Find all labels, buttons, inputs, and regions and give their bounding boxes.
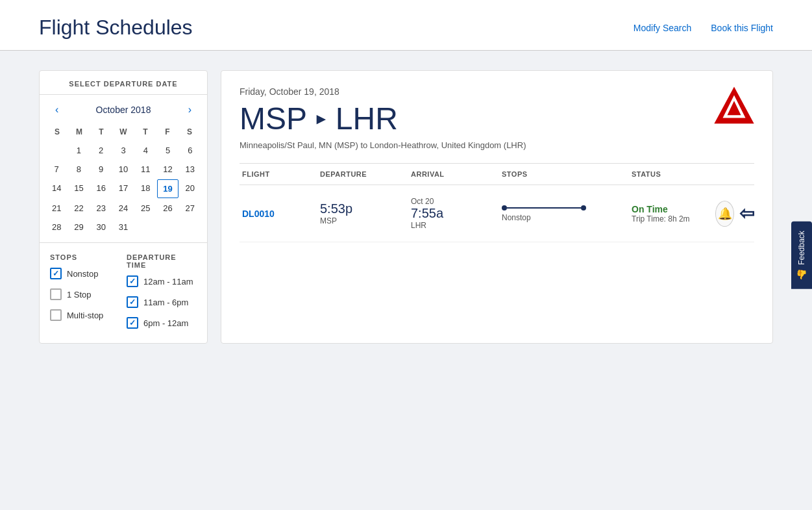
cal-header-s1: S [46, 125, 68, 139]
flight-number[interactable]: DL0010 [240, 209, 317, 219]
page-title: Flight Schedules [39, 16, 193, 40]
feedback-tab[interactable]: 👍 Feedback [791, 222, 812, 289]
departure-info: 5:53p MSP [317, 201, 408, 225]
cal-day-31[interactable]: 31 [113, 218, 134, 236]
cal-day-14[interactable]: 14 [46, 179, 67, 198]
cal-day-1[interactable]: 1 [68, 142, 89, 159]
stops-label: STOPS [50, 253, 120, 261]
filter-nonstop: Nonstop [50, 268, 120, 279]
calendar-nav: ‹ October 2018 › [40, 95, 207, 125]
calendar-days: 1 2 3 4 5 6 7 8 9 10 11 12 13 14 15 16 1… [46, 142, 201, 236]
stops-label-value: Nonstop [502, 213, 531, 222]
6pm-label: 6pm - 12am [143, 318, 188, 328]
1stop-checkbox[interactable] [50, 288, 62, 300]
filter-6pm-12am: 6pm - 12am [127, 317, 197, 329]
filter-section: STOPS Nonstop 1 Stop Multi-stop DEPARTUR… [40, 242, 207, 343]
cal-day-4[interactable]: 4 [135, 142, 156, 159]
cal-day-30[interactable]: 30 [91, 218, 112, 236]
cal-day-27[interactable]: 27 [180, 199, 201, 217]
col-alert [715, 170, 754, 178]
cal-header-t2: T [134, 125, 156, 139]
cal-header-m: M [68, 125, 90, 139]
route-full-text: Minneapolis/St Paul, MN (MSP) to London-… [240, 140, 754, 150]
cal-day-empty3 [157, 218, 178, 236]
cal-day-19[interactable]: 19 [157, 179, 178, 198]
cal-day-8[interactable]: 8 [68, 160, 89, 178]
col-arrival: ARRIVAL [408, 170, 499, 178]
cal-day-15[interactable]: 15 [68, 179, 89, 198]
arrival-date: Oct 20 [411, 197, 497, 206]
stops-line [502, 205, 586, 210]
col-status: STATUS [629, 170, 715, 178]
cal-day-23[interactable]: 23 [91, 199, 112, 217]
destination-code: LHR [336, 101, 398, 136]
results-panel: Friday, October 19, 2018 MSP ► LHR Minne… [221, 70, 773, 344]
sidebar: SELECT DEPARTURE DATE ‹ October 2018 › S… [39, 70, 208, 344]
next-month-button[interactable]: › [183, 101, 197, 118]
cal-day-13[interactable]: 13 [180, 160, 201, 178]
prev-month-button[interactable]: ‹ [50, 101, 64, 118]
arrival-info: Oct 20 7:55a LHR [408, 197, 499, 230]
modify-search-link[interactable]: Modify Search [634, 23, 691, 33]
cal-day-16[interactable]: 16 [91, 179, 112, 198]
trip-time: Trip Time: 8h 2m [632, 214, 713, 223]
11am-checkbox[interactable] [127, 296, 138, 308]
cal-day-2[interactable]: 2 [91, 142, 112, 159]
cal-day-18[interactable]: 18 [135, 179, 156, 198]
cal-header-s2: S [178, 125, 201, 139]
route-arrow-icon: ► [314, 110, 329, 128]
cal-day-7[interactable]: 7 [46, 160, 67, 178]
alert-cell: 🔔 ⇦ [715, 201, 754, 227]
cal-day-12[interactable]: 12 [157, 160, 178, 178]
cal-day-26[interactable]: 26 [157, 199, 178, 217]
calendar-grid: S M T W T F S 1 2 3 4 5 6 7 8 9 [40, 125, 207, 242]
cal-day-22[interactable]: 22 [68, 199, 89, 217]
departure-time-label: DEPARTURE TIME [127, 253, 197, 269]
12am-checkbox[interactable] [127, 275, 138, 287]
delta-logo [711, 84, 757, 129]
cal-day-24[interactable]: 24 [113, 199, 134, 217]
departure-time-filter: DEPARTURE TIME 12am - 11am 11am - 6pm 6p… [127, 253, 197, 338]
cal-day-empty2 [135, 218, 156, 236]
filter-multistop: Multi-stop [50, 309, 120, 321]
cal-day-6[interactable]: 6 [180, 142, 201, 159]
12am-label: 12am - 11am [143, 277, 193, 287]
arrival-time: 7:55a [411, 206, 497, 221]
11am-label: 11am - 6pm [143, 298, 188, 307]
cal-header-w: W [112, 125, 134, 139]
cal-day-11[interactable]: 11 [135, 160, 156, 178]
stops-filter: STOPS Nonstop 1 Stop Multi-stop [50, 253, 120, 338]
cal-day-5[interactable]: 5 [157, 142, 178, 159]
cal-header-t1: T [90, 125, 112, 139]
alert-bell-button[interactable]: 🔔 [715, 201, 734, 227]
cal-day-9[interactable]: 9 [91, 160, 112, 178]
col-stops: STOPS [499, 170, 629, 178]
cal-day-25[interactable]: 25 [135, 199, 156, 217]
cal-day-28[interactable]: 28 [46, 218, 67, 236]
cal-day-29[interactable]: 29 [68, 218, 89, 236]
1stop-label: 1 Stop [67, 290, 92, 300]
nonstop-label: Nonstop [67, 269, 98, 279]
multistop-checkbox[interactable] [50, 309, 62, 321]
flight-date: Friday, October 19, 2018 [240, 86, 754, 97]
page-header: Flight Schedules Modify Search Book this… [0, 0, 812, 51]
cal-day-21[interactable]: 21 [46, 199, 67, 217]
header-actions: Modify Search Book this Flight [634, 23, 773, 33]
stops-cell: Nonstop [499, 205, 629, 222]
cal-day-10[interactable]: 10 [113, 160, 134, 178]
main-content: SELECT DEPARTURE DATE ‹ October 2018 › S… [0, 51, 812, 363]
col-flight: FLIGHT [240, 170, 317, 178]
cal-day-17[interactable]: 17 [113, 179, 134, 198]
calendar-month: October 2018 [96, 105, 151, 115]
cal-day-20[interactable]: 20 [180, 179, 201, 198]
col-departure: DEPARTURE [317, 170, 408, 178]
6pm-checkbox[interactable] [127, 317, 138, 329]
filter-12am-11am: 12am - 11am [127, 275, 197, 287]
cal-day-3[interactable]: 3 [113, 142, 134, 159]
stops-line-bar [507, 207, 581, 209]
nonstop-checkbox[interactable] [50, 268, 62, 279]
stops-dot-right [581, 205, 586, 210]
departure-airport: MSP [320, 216, 406, 225]
book-flight-link[interactable]: Book this Flight [711, 23, 773, 33]
arrow-indicator-icon: ⇦ [739, 203, 754, 224]
